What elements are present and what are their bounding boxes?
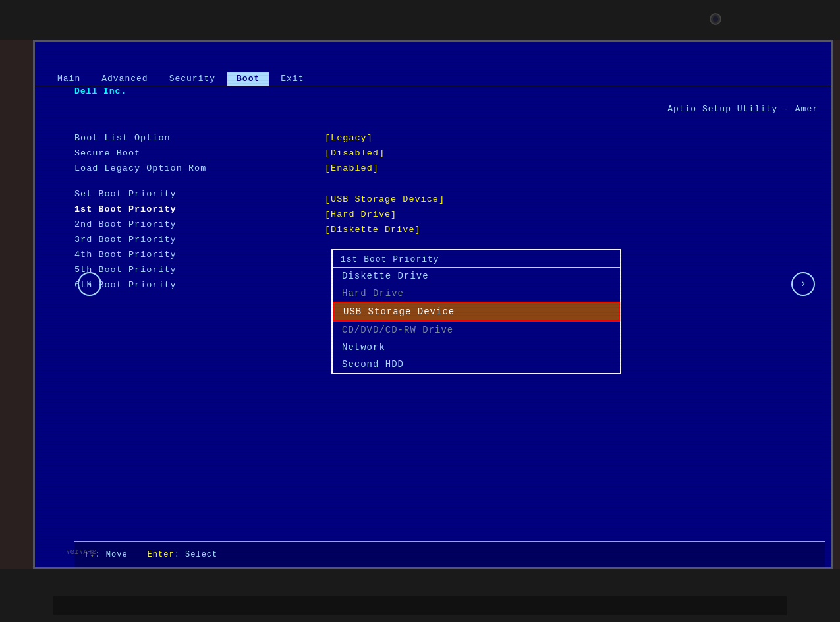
webcam-icon: [710, 13, 721, 25]
value-2nd-boot: [Hard Drive]: [325, 207, 555, 222]
option-1st-boot[interactable]: 1st Boot Priority: [74, 202, 305, 217]
bottom-bar: ↑↓: Move Enter: Select: [74, 541, 825, 567]
option-secure-boot[interactable]: Secure Boot: [74, 146, 305, 161]
tab-boot[interactable]: Boot: [227, 72, 269, 86]
right-values-panel: [Legacy] [Disabled] [Enabled] [USB Stora…: [325, 130, 555, 237]
tab-main[interactable]: Main: [48, 72, 90, 86]
value-secure-boot: [Disabled]: [325, 146, 555, 161]
laptop-bottom-bezel: [0, 569, 840, 622]
option-6th-boot[interactable]: 6th Boot Priority: [74, 277, 305, 293]
content-area: Boot List Option Secure Boot Load Legacy…: [74, 130, 825, 515]
dropdown-item-network[interactable]: Network: [333, 339, 620, 356]
dropdown-item-second-hdd[interactable]: Second HDD: [333, 356, 620, 373]
value-set-boot: [325, 186, 555, 192]
tab-security[interactable]: Security: [160, 72, 225, 86]
tab-advanced[interactable]: Advanced: [92, 72, 157, 86]
tab-exit[interactable]: Exit: [271, 72, 313, 86]
menu-bar-row: Dell Inc. Main Advanced Security Boot Ex…: [35, 42, 831, 86]
dropdown-item-cdrom[interactable]: CD/DVD/CD-RW Drive: [333, 322, 620, 339]
dropdown-item-usb[interactable]: USB Storage Device: [333, 302, 620, 322]
vendor-name: Dell Inc.: [74, 86, 126, 96]
option-5th-boot[interactable]: 5th Boot Priority: [74, 262, 305, 277]
dropdown-popup: 1st Boot Priority Diskette Drive Hard Dr…: [331, 249, 621, 374]
key-select: Enter: Select: [148, 550, 218, 559]
value-3rd-boot: [Diskette Drive]: [325, 222, 555, 237]
dropdown-title: 1st Boot Priority: [333, 250, 620, 268]
sticker-label: SFA7107: [66, 548, 96, 556]
dropdown-item-harddrive[interactable]: Hard Drive: [333, 285, 620, 302]
bios-screen: Dell Inc. Main Advanced Security Boot Ex…: [33, 40, 833, 569]
option-boot-list[interactable]: Boot List Option: [74, 130, 305, 146]
bezel-top: [0, 0, 840, 40]
option-4th-boot[interactable]: 4th Boot Priority: [74, 247, 305, 262]
aptio-title: Aptio Setup Utility - Amer: [667, 104, 818, 114]
nav-arrow-left[interactable]: ‹: [78, 272, 101, 296]
option-2nd-boot[interactable]: 2nd Boot Priority: [74, 217, 305, 232]
menu-tabs: Main Advanced Security Boot Exit: [42, 72, 320, 86]
value-load-legacy: [Enabled]: [325, 161, 555, 176]
left-panel: Boot List Option Secure Boot Load Legacy…: [74, 130, 305, 293]
value-boot-list: [Legacy]: [325, 130, 555, 146]
option-3rd-boot[interactable]: 3rd Boot Priority: [74, 232, 305, 247]
value-1st-boot: [USB Storage Device]: [325, 192, 555, 207]
dropdown-item-diskette[interactable]: Diskette Drive: [333, 268, 620, 285]
nav-arrow-right[interactable]: ›: [791, 272, 815, 296]
option-set-boot-priority[interactable]: Set Boot Priority: [74, 186, 305, 202]
option-load-legacy[interactable]: Load Legacy Option Rom: [74, 161, 305, 176]
laptop-keyboard-area: [53, 596, 787, 615]
